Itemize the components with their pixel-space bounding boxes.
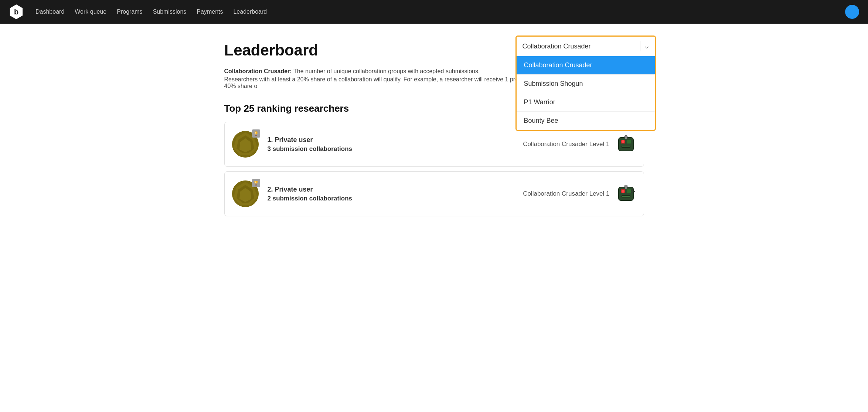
badge-icon bbox=[616, 134, 636, 155]
badge-label: Collaboration Crusader Level 1 bbox=[523, 190, 609, 197]
user-score: 3 submission collaborations bbox=[268, 145, 523, 153]
trophy-icon: 🏆 bbox=[252, 179, 260, 187]
svg-point-18 bbox=[622, 190, 624, 193]
description-line1: Collaboration Crusader: The number of un… bbox=[224, 68, 557, 75]
dropdown-option[interactable]: P1 Warrior bbox=[517, 93, 655, 111]
user-info: 1. Private user3 submission collaboratio… bbox=[268, 136, 523, 153]
dropdown-divider bbox=[640, 41, 640, 51]
nav-link-submissions[interactable]: Submissions bbox=[153, 9, 187, 15]
svg-rect-19 bbox=[627, 189, 631, 193]
badge-label: Collaboration Crusader Level 1 bbox=[523, 141, 609, 148]
logo-text: b bbox=[14, 8, 18, 16]
dropdown-options-list: Collaboration CrusaderSubmission ShogunP… bbox=[517, 56, 655, 130]
description-block: Collaboration Crusader: The number of un… bbox=[224, 68, 557, 90]
main-content: Collaboration Crusader ⌵ Collaboration C… bbox=[212, 24, 656, 233]
svg-point-6 bbox=[622, 140, 624, 143]
dropdown-option[interactable]: Collaboration Crusader bbox=[517, 56, 655, 74]
dropdown-selected-value: Collaboration Crusader bbox=[522, 43, 636, 50]
nav-link-dashboard[interactable]: Dashboard bbox=[35, 9, 64, 15]
user-rank-name: 1. Private user bbox=[268, 136, 523, 144]
logo[interactable]: b bbox=[9, 4, 24, 19]
svg-rect-4 bbox=[619, 138, 633, 151]
svg-rect-23 bbox=[625, 187, 627, 189]
description-bold: Collaboration Crusader: bbox=[224, 68, 292, 74]
badge-icon bbox=[616, 183, 636, 204]
dropdown-option[interactable]: Submission Shogun bbox=[517, 74, 655, 93]
trophy-icon: 🏆 bbox=[252, 129, 260, 138]
leaderboard-type-dropdown[interactable]: Collaboration Crusader ⌵ Collaboration C… bbox=[515, 36, 656, 131]
nav-link-programs[interactable]: Programs bbox=[117, 9, 142, 15]
description-sub: Researchers with at least a 20% share of… bbox=[224, 76, 557, 90]
nav-links: DashboardWork queueProgramsSubmissionsPa… bbox=[35, 9, 833, 15]
description-main: The number of unique collaboration group… bbox=[293, 68, 480, 74]
avatar-container: 🏆 bbox=[232, 131, 259, 158]
navbar: b DashboardWork queueProgramsSubmissions… bbox=[0, 0, 868, 24]
svg-rect-11 bbox=[625, 138, 627, 139]
nav-link-leaderboard[interactable]: Leaderboard bbox=[233, 9, 267, 15]
dropdown-option[interactable]: Bounty Bee bbox=[517, 111, 655, 130]
user-info: 2. Private user2 submission collaboratio… bbox=[268, 186, 523, 202]
svg-rect-16 bbox=[619, 187, 633, 200]
dropdown-select-box[interactable]: Collaboration Crusader ⌵ bbox=[517, 37, 655, 56]
user-avatar-nav[interactable] bbox=[845, 5, 859, 19]
badge-area: Collaboration Crusader Level 1 bbox=[523, 183, 636, 204]
user-score: 2 submission collaborations bbox=[268, 195, 523, 202]
leaderboard-list: 🏆1. Private user3 submission collaborati… bbox=[224, 122, 644, 221]
avatar-container: 🏆 bbox=[232, 180, 259, 207]
chevron-down-icon: ⌵ bbox=[645, 42, 649, 50]
nav-link-payments[interactable]: Payments bbox=[197, 9, 223, 15]
nav-link-work-queue[interactable]: Work queue bbox=[75, 9, 106, 15]
svg-rect-7 bbox=[627, 140, 631, 143]
leaderboard-row: 🏆2. Private user2 submission collaborati… bbox=[224, 171, 644, 216]
badge-area: Collaboration Crusader Level 1 bbox=[523, 134, 636, 155]
user-rank-name: 2. Private user bbox=[268, 186, 523, 193]
